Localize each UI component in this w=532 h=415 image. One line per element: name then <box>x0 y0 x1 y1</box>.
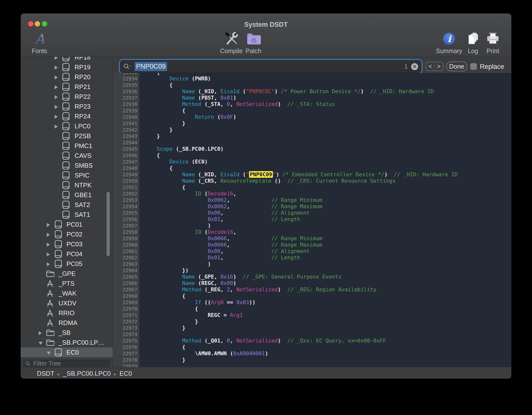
chevron-right-icon[interactable] <box>55 75 58 79</box>
chevron-right-icon[interactable] <box>55 95 58 99</box>
done-button[interactable]: Done <box>446 61 467 71</box>
sidebar-item-label: SAT1 <box>75 211 90 219</box>
sidebar-item-label: SMBS <box>75 162 93 169</box>
sidebar-item-_pts[interactable]: _PTS <box>21 279 113 288</box>
find-previous-button[interactable]: < <box>426 62 435 71</box>
sidebar: RP18RP19RP20RP21RP22RP23RP24LPC0P2SBPMC1… <box>21 57 113 368</box>
chevron-right-icon[interactable] <box>55 105 58 109</box>
sidebar-item-pmc1[interactable]: PMC1 <box>21 141 113 151</box>
chevron-right-icon[interactable] <box>55 66 58 70</box>
sidebar-item-_sb[interactable]: _SB <box>21 328 113 338</box>
sidebar-item-lpc0[interactable]: LPC0 <box>21 121 113 131</box>
line-number: 22933 <box>113 73 139 75</box>
device-icon <box>62 112 70 120</box>
clear-search-icon[interactable]: ✕ <box>411 63 418 70</box>
code-line: Name (_HID, EisaId ("PNP0C09") /* Embedd… <box>139 171 511 178</box>
sidebar-item-label: CAVS <box>75 152 92 160</box>
code-line: } <box>139 127 511 133</box>
chevron-right-icon[interactable] <box>55 125 58 129</box>
chevron-right-icon[interactable] <box>39 331 42 335</box>
code-line: 0x00, // Alignment <box>139 248 511 254</box>
line-number: 22971 <box>113 312 139 318</box>
chevron-down-icon[interactable] <box>39 342 43 345</box>
sidebar-item-_wak[interactable]: _WAK <box>21 288 113 298</box>
breadcrumb-item[interactable]: DSDT <box>37 370 54 377</box>
sidebar-item-gbe1[interactable]: GBE1 <box>21 190 113 200</box>
line-number: 22954 <box>113 203 139 210</box>
sidebar-item-rp22[interactable]: RP22 <box>21 92 113 102</box>
sidebar-item-_sbpc00lp[interactable]: _SB.PC00.LP… <box>21 338 113 347</box>
sidebar-item-pc03[interactable]: PC03 <box>21 239 113 249</box>
chevron-right-icon[interactable] <box>55 57 58 60</box>
sidebar-item-label: RP21 <box>75 83 91 91</box>
breadcrumb-item[interactable]: _SB.PC00.LPC0 <box>63 370 111 377</box>
chevron-right-icon[interactable] <box>47 233 50 237</box>
sidebar-item-cavs[interactable]: CAVS <box>21 151 113 161</box>
sidebar-item-ec0[interactable]: EC0 <box>21 347 113 357</box>
line-number: 22936 <box>113 88 139 95</box>
line-number: 22962 <box>113 254 139 261</box>
device-icon <box>62 92 70 101</box>
line-number: 22943 <box>113 133 139 139</box>
sidebar-item-label: PC05 <box>66 260 82 268</box>
sidebar-scrollbar[interactable] <box>107 192 110 256</box>
sidebar-item-rp18[interactable]: RP18 <box>21 57 113 62</box>
sidebar-item-rp20[interactable]: RP20 <box>21 72 113 82</box>
sidebar-item-label: _SB.PC00.LP… <box>59 339 104 346</box>
filter-tree-input[interactable]: Filter Tree <box>23 359 111 368</box>
line-number: 22958 <box>113 229 139 235</box>
toolbar-item-patch[interactable]: Patch <box>237 31 269 55</box>
toolbar-item-print[interactable]: Print <box>477 31 509 55</box>
device-icon <box>54 240 62 248</box>
sidebar-item-pc04[interactable]: PC04 <box>21 249 113 259</box>
chevron-right-icon[interactable] <box>47 223 50 227</box>
sidebar-item-rp21[interactable]: RP21 <box>21 82 113 92</box>
namespace-tree[interactable]: RP18RP19RP20RP21RP22RP23RP24LPC0P2SBPMC1… <box>21 57 113 359</box>
sidebar-item-pc01[interactable]: PC01 <box>21 220 113 229</box>
device-icon <box>62 191 70 199</box>
chevron-right-icon[interactable] <box>47 252 50 256</box>
chevron-right-icon[interactable] <box>55 85 58 89</box>
sidebar-item-rdma[interactable]: RDMA <box>21 318 113 328</box>
sidebar-item-uxdv[interactable]: UXDV <box>21 298 113 308</box>
toolbar-item-fonts[interactable]: AFonts <box>23 31 55 55</box>
code-line: 0x0062, // Range Minimum <box>139 197 511 203</box>
sidebar-item-sat1[interactable]: SAT1 <box>21 210 113 220</box>
code-line: Name (PBST, 0x01) <box>139 95 511 101</box>
sidebar-item-rrio[interactable]: RRIO <box>21 308 113 318</box>
sidebar-item-ntpk[interactable]: NTPK <box>21 180 113 190</box>
chevron-right-icon[interactable] <box>47 243 50 247</box>
sidebar-item-rp19[interactable]: RP19 <box>21 62 113 72</box>
code-line: REGC = Arg1 <box>139 312 511 318</box>
line-number: 22975 <box>113 338 139 344</box>
code-editor[interactable]: { Device (PWRB) { Name (_HID, EisaId ("P… <box>139 73 511 367</box>
sidebar-item-rp24[interactable]: RP24 <box>21 111 113 121</box>
find-input[interactable]: PNP0C09 1 ✕ <box>120 60 422 73</box>
chevron-right-icon[interactable] <box>47 262 50 266</box>
search-icon[interactable] <box>123 63 132 70</box>
breadcrumb-separator: ▸ <box>114 371 116 377</box>
code-line <box>139 331 511 338</box>
replace-checkbox[interactable] <box>470 63 477 70</box>
sidebar-item-sat2[interactable]: SAT2 <box>21 200 113 210</box>
code-line: \AMW0.AMWN (0xA0040001) <box>139 350 511 357</box>
sidebar-item-pc02[interactable]: PC02 <box>21 229 113 239</box>
chevron-down-icon[interactable] <box>47 352 51 355</box>
device-icon <box>62 63 70 71</box>
app-window: System DSDT AFontsCompilePatchiSummaryLo… <box>21 14 511 379</box>
find-next-button[interactable]: > <box>435 62 443 71</box>
chevron-right-icon[interactable] <box>55 115 58 119</box>
sidebar-item-spic[interactable]: SPIC <box>21 170 113 180</box>
code-line: } <box>139 325 511 331</box>
sidebar-item-rp23[interactable]: RP23 <box>21 102 113 111</box>
line-number: 22941 <box>113 120 139 127</box>
sidebar-item-p2sb[interactable]: P2SB <box>21 131 113 141</box>
sidebar-item-smbs[interactable]: SMBS <box>21 161 113 170</box>
code-line <box>139 139 511 146</box>
breadcrumb-item[interactable]: EC0 <box>120 370 132 377</box>
line-number: 22973 <box>113 325 139 331</box>
sidebar-item-pc05[interactable]: PC05 <box>21 259 113 269</box>
method-icon <box>46 319 54 327</box>
line-number: 22964 <box>113 267 139 274</box>
sidebar-item-_gpe[interactable]: _GPE <box>21 269 113 279</box>
